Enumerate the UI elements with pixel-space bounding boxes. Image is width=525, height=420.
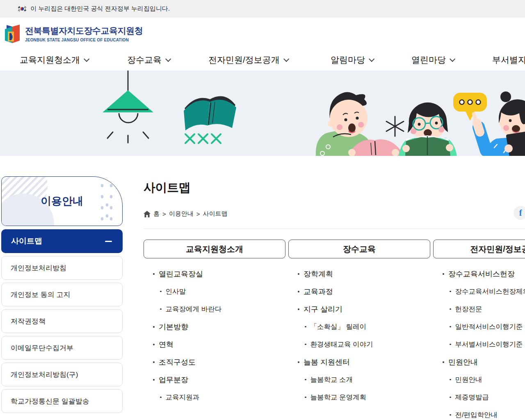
sidebar-item-school-newsletter[interactable]: 학교가정통신문 일괄발송 <box>1 389 123 413</box>
page-title: 사이트맵 <box>144 180 525 196</box>
sidebar-item-sitemap[interactable]: 사이트맵 <box>1 229 123 253</box>
breadcrumb-separator: > <box>162 210 166 217</box>
sitemap-link[interactable]: 부서별서비스이행기준 <box>433 336 525 353</box>
bullet-icon <box>305 344 306 345</box>
main-nav: 교육지원청소개 장수교육 전자민원/정보공개 알림마당 열린마당 부서별자료실 <box>0 49 525 71</box>
breadcrumb: 홈 > 이용안내 > 사이트맵 <box>144 210 525 218</box>
sitemap-link[interactable]: 조직구성도 <box>144 353 285 371</box>
bullet-icon <box>298 273 299 275</box>
chevron-down-icon <box>369 56 374 62</box>
bullet-icon <box>298 361 299 363</box>
bullet-icon <box>153 344 155 345</box>
sitemap-column-civil-info: 전자민원/정보공개 장수교육서비스헌장 장수교육서비스헌장제의 이해 헌장전문 … <box>433 240 525 420</box>
bullet-icon <box>160 291 162 292</box>
sitemap-link[interactable]: 교육과정 <box>288 283 430 300</box>
korea-flag-icon <box>18 6 27 12</box>
hero-banner <box>0 71 525 156</box>
sidebar-title: 이용안내 <box>41 194 83 208</box>
bullet-icon <box>450 379 451 381</box>
bullet-icon <box>153 379 155 381</box>
breadcrumb-home[interactable]: 홈 <box>153 210 160 218</box>
breadcrumb-guide[interactable]: 이용안내 <box>169 210 194 218</box>
sitemap-link[interactable]: 지구 살리기 <box>288 300 430 318</box>
sitemap-column-header[interactable]: 교육지원청소개 <box>144 240 285 258</box>
bullet-icon <box>153 326 155 328</box>
sitemap-link[interactable]: 교육지원과 <box>144 388 285 406</box>
sitemap-link[interactable]: 장수교육서비스헌장 <box>433 265 525 283</box>
sidebar-title-card: 이용안내 <box>1 176 123 226</box>
share-buttons: f <box>514 206 525 220</box>
nav-item-jangsu-edu[interactable]: 장수교육 <box>127 49 169 71</box>
bullet-icon <box>305 379 306 381</box>
bullet-icon <box>160 308 162 310</box>
dots-decoration <box>103 199 112 223</box>
bullet-icon <box>305 326 306 328</box>
nav-item-civil-info[interactable]: 전자민원/정보공개 <box>208 49 288 71</box>
sitemap-link[interactable]: 일반적서비스이행기준 <box>433 318 525 336</box>
xxx-decoration <box>185 134 221 143</box>
gov-banner-text: 이 누리집은 대한민국 공식 전자정부 누리집입니다. <box>30 5 170 13</box>
nav-label: 알림마당 <box>331 54 365 66</box>
sitemap-link[interactable]: 교육장에게 바란다 <box>144 300 285 318</box>
nav-item-open-plaza[interactable]: 열린마당 <box>411 49 454 71</box>
sitemap-link[interactable]: 「소확실」 릴레이 <box>288 318 430 336</box>
main-content: 사이트맵 홈 > 이용안내 > 사이트맵 f 교육지원청소개 <box>123 176 525 420</box>
sitemap-link[interactable]: 환경생태교육 이야기 <box>288 336 430 353</box>
bullet-icon <box>153 273 155 275</box>
sidebar: 이용안내 사이트맵 개인정보처리방침 개인정보 동의 고지 저작권정책 이메일무… <box>1 176 123 413</box>
bullet-icon <box>450 291 451 292</box>
sitemap-column-header[interactable]: 장수교육 <box>288 240 430 258</box>
facebook-f: f <box>519 208 522 218</box>
sitemap-link[interactable]: 인사말 <box>144 283 285 300</box>
bullet-icon <box>298 308 299 310</box>
chevron-down-icon <box>165 56 171 62</box>
sitemap-link[interactable]: 늘봄학교 소개 <box>288 371 430 388</box>
sidebar-item-privacy-consent[interactable]: 개인정보 동의 고지 <box>1 283 123 306</box>
site-logo[interactable]: 전북특별자치도장수교육지원청 JEONBUK STATE JANGSU OFFI… <box>4 23 143 44</box>
sitemap-link[interactable]: 민원안내 <box>433 353 525 371</box>
sitemap-link[interactable]: 열린교육장실 <box>144 265 285 283</box>
student-glasses-illustration <box>399 103 457 156</box>
sidebar-item-privacy-policy[interactable]: 개인정보처리방침 <box>1 256 123 280</box>
sitemap-column-jangsu-edu: 장수교육 장학계획 교육과정 지구 살리기 「소확실」 릴레이 환경생태교육 이… <box>288 240 430 420</box>
nav-item-notice[interactable]: 알림마당 <box>331 49 373 71</box>
sitemap-link[interactable]: 제증명발급 <box>433 388 525 406</box>
sidebar-item-privacy-old[interactable]: 개인정보처리방침(구) <box>1 363 123 386</box>
nav-label: 열린마당 <box>411 54 446 66</box>
sitemap-link[interactable]: 업무분장 <box>144 371 285 388</box>
sidebar-item-copyright[interactable]: 저작권정책 <box>1 309 123 333</box>
bullet-icon <box>160 397 162 398</box>
facebook-share-icon[interactable]: f <box>514 206 525 220</box>
bullet-icon <box>450 308 451 310</box>
logo-title: 전북특별자치도장수교육지원청 <box>25 25 143 37</box>
minus-icon <box>105 241 112 242</box>
nav-item-office-intro[interactable]: 교육지원청소개 <box>20 49 88 71</box>
sitemap-column-header[interactable]: 전자민원/정보공개 <box>433 240 525 258</box>
bullet-icon <box>443 361 444 363</box>
sitemap-link[interactable]: 헌장전문 <box>433 300 525 318</box>
breadcrumb-sitemap[interactable]: 사이트맵 <box>203 210 228 218</box>
sidebar-item-email-refusal[interactable]: 이메일무단수집거부 <box>1 336 123 360</box>
sitemap-column-office-intro: 교육지원청소개 열린교육장실 인사말 교육장에게 바란다 기본방향 연혁 조직구… <box>144 240 285 420</box>
home-icon[interactable] <box>144 211 151 217</box>
bullet-icon <box>450 344 451 345</box>
sitemap-link[interactable]: 장수교육서비스헌장제의 이해 <box>433 283 525 300</box>
sidebar-active-label: 사이트맵 <box>11 236 42 247</box>
sitemap-link[interactable]: 늘봄학교 운영계획 <box>288 388 430 406</box>
sitemap-link[interactable]: 늘봄 지원센터 <box>288 353 430 371</box>
site-header: 전북특별자치도장수교육지원청 JEONBUK STATE JANGSU OFFI… <box>0 18 525 49</box>
sitemap-link[interactable]: 기본방향 <box>144 318 285 336</box>
nav-label: 교육지원청소개 <box>20 54 80 66</box>
logo-subtitle: JEONBUK STATE JANGSU OFFICE OF EDUCATION <box>25 38 143 42</box>
sparkle-asterisk-icon <box>386 116 404 136</box>
sitemap-link[interactable]: 연혁 <box>144 336 285 353</box>
nav-item-dept-archive[interactable]: 부서별자료실 <box>492 49 525 71</box>
book-illustration <box>184 96 236 143</box>
sitemap-link[interactable]: 전/편입학안내 <box>433 406 525 420</box>
logo-book-icon <box>4 23 21 44</box>
sitemap-link[interactable]: 장학계획 <box>288 265 430 283</box>
student-reading-illustration <box>316 92 401 156</box>
gov-banner: 이 누리집은 대한민국 공식 전자정부 누리집입니다. <box>0 0 525 18</box>
bullet-icon <box>153 361 155 363</box>
sitemap-link[interactable]: 민원안내 <box>433 371 525 388</box>
